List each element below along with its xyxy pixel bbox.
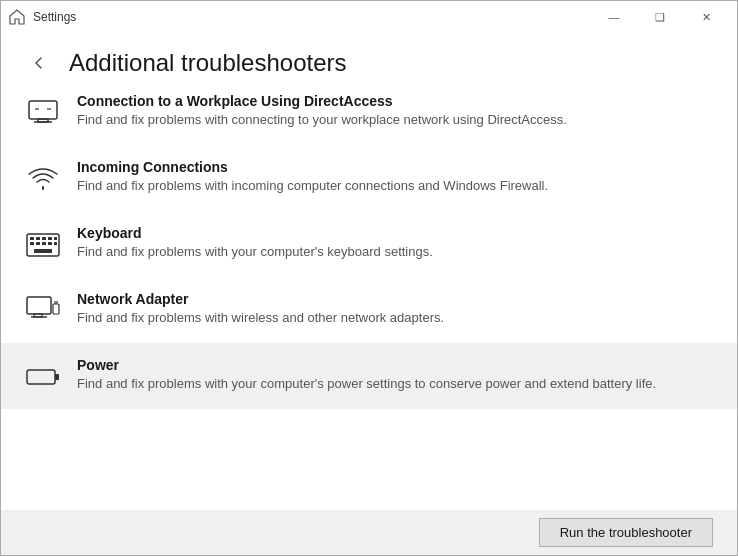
home-icon (9, 9, 25, 25)
svg-rect-8 (42, 237, 46, 240)
network-adapter-icon (25, 293, 61, 329)
list-item[interactable]: Incoming Connections Find and fix proble… (1, 145, 737, 211)
power-text: Power Find and fix problems with your co… (77, 357, 713, 393)
incoming-connections-name: Incoming Connections (77, 159, 713, 175)
incoming-connections-icon (25, 161, 61, 197)
settings-window: Settings — ❑ ✕ Additional troubleshooter… (0, 0, 738, 556)
svg-rect-11 (30, 242, 34, 245)
svg-rect-23 (27, 370, 55, 384)
content-area: Additional troubleshooters (1, 33, 737, 555)
incoming-connections-desc: Find and fix problems with incoming comp… (77, 177, 713, 195)
network-adapter-text: Network Adapter Find and fix problems wi… (77, 291, 713, 327)
network-adapter-desc: Find and fix problems with wireless and … (77, 309, 713, 327)
list-item[interactable]: Power Find and fix problems with your co… (1, 343, 737, 409)
svg-rect-7 (36, 237, 40, 240)
svg-rect-9 (48, 237, 52, 240)
svg-rect-13 (42, 242, 46, 245)
maximize-button[interactable]: ❑ (637, 1, 683, 33)
directaccess-icon (25, 95, 61, 131)
svg-rect-24 (55, 374, 59, 380)
incoming-connections-text: Incoming Connections Find and fix proble… (77, 159, 713, 195)
svg-rect-6 (30, 237, 34, 240)
svg-rect-10 (54, 237, 57, 240)
title-bar: Settings — ❑ ✕ (1, 1, 737, 33)
keyboard-name: Keyboard (77, 225, 713, 241)
back-button[interactable] (25, 49, 53, 77)
close-button[interactable]: ✕ (683, 1, 729, 33)
directaccess-text: Connection to a Workplace Using DirectAc… (77, 93, 713, 129)
list-item[interactable]: Keyboard Find and fix problems with your… (1, 211, 737, 277)
svg-rect-20 (53, 304, 59, 314)
list-item[interactable]: Connection to a Workplace Using DirectAc… (1, 85, 737, 145)
svg-rect-16 (34, 249, 52, 253)
svg-rect-15 (54, 242, 57, 245)
title-bar-controls: — ❑ ✕ (591, 1, 729, 33)
power-desc: Find and fix problems with your computer… (77, 375, 713, 393)
directaccess-desc: Find and fix problems with connecting to… (77, 111, 713, 129)
power-icon (25, 359, 61, 395)
keyboard-text: Keyboard Find and fix problems with your… (77, 225, 713, 261)
svg-rect-0 (29, 101, 57, 119)
back-arrow-icon (32, 56, 46, 70)
run-button-row: Run the troubleshooter (1, 510, 737, 555)
troubleshooters-list: Connection to a Workplace Using DirectAc… (1, 85, 737, 510)
svg-rect-17 (27, 297, 51, 314)
page-header: Additional troubleshooters (1, 33, 737, 85)
directaccess-name: Connection to a Workplace Using DirectAc… (77, 93, 713, 109)
list-item[interactable]: Network Adapter Find and fix problems wi… (1, 277, 737, 343)
title-bar-left: Settings (9, 9, 76, 25)
page-title: Additional troubleshooters (69, 49, 347, 77)
power-name: Power (77, 357, 713, 373)
run-troubleshooter-button[interactable]: Run the troubleshooter (539, 518, 713, 547)
svg-rect-12 (36, 242, 40, 245)
keyboard-icon (25, 227, 61, 263)
keyboard-desc: Find and fix problems with your computer… (77, 243, 713, 261)
network-adapter-name: Network Adapter (77, 291, 713, 307)
title-bar-title: Settings (33, 10, 76, 24)
svg-rect-14 (48, 242, 52, 245)
minimize-button[interactable]: — (591, 1, 637, 33)
